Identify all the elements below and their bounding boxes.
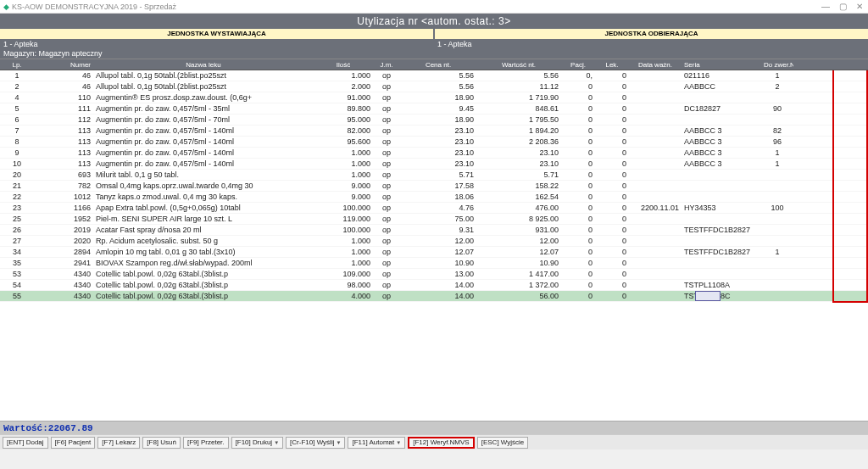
table-row[interactable]: 4110Augmentin® ES prosz.dosp.zaw.doust. …: [0, 92, 868, 103]
seria-edit-box[interactable]: [695, 291, 721, 301]
cell-numer: 4340: [34, 292, 93, 300]
cell-ilosc: 82.000: [314, 126, 373, 135]
cell-nazwa: Piel-m. SENI SUPER AIR large 10 szt. L: [93, 215, 314, 223]
btn-f12-weryf-nmvs[interactable]: [F12] Weryf.NMVS: [408, 437, 475, 449]
cell-pacj: 0: [561, 193, 595, 201]
table-row[interactable]: 7113Augmentin pr. do zaw. 0,457/5ml - 14…: [0, 126, 868, 137]
table-row[interactable]: 231166Apap Extra tabl.powl. (0,5g+0,065g…: [0, 203, 868, 214]
col-nazwa: Nazwa leku: [93, 61, 314, 69]
table-row[interactable]: 251952Piel-m. SENI SUPER AIR large 10 sz…: [0, 214, 868, 225]
table-row[interactable]: 352941BIOVAX Szampon reg.d/wł.słab/wypad…: [0, 258, 868, 269]
cell-ilosc: 109.000: [314, 270, 373, 278]
cell-numer: 2941: [34, 259, 93, 267]
cell-lp: 54: [0, 281, 34, 289]
cell-pacj: 0: [561, 104, 595, 113]
btn-esc-wyjscie[interactable]: [ESC] Wyjście: [477, 437, 529, 449]
cell-nazwa: Augmentin pr. do zaw. 0,457/5ml - 140ml: [93, 159, 314, 168]
cell-pacj: 0: [561, 82, 595, 91]
cell-lp: 7: [0, 126, 34, 135]
cell-lek: 0: [595, 204, 629, 212]
table-row[interactable]: 272020Rp. Acidum acetylosalic. subst. 50…: [0, 236, 868, 247]
cell-wart: 11.12: [476, 82, 561, 91]
cell-nazwa: Cotellic tabl.powl. 0,02g 63tabl.(3blist…: [93, 281, 314, 289]
cell-numer: 113: [34, 148, 93, 157]
cell-nazwa: Rp. Acidum acetylosalic. subst. 50 g: [93, 237, 314, 245]
cell-pacj: 0: [561, 159, 595, 168]
minimize-button[interactable]: —: [817, 2, 834, 11]
table-row[interactable]: 21782Omsal 0,4mg kaps.oprz.uwal.twarde 0…: [0, 181, 868, 192]
cell-cena: 17.58: [400, 181, 476, 190]
table-row[interactable]: 146Allupol tabl. 0,1g 50tabl.(2blist.po2…: [0, 70, 868, 81]
table-row[interactable]: 342894Amlopin 10 mg tabl. 0,01 g 30 tabl…: [0, 247, 868, 258]
btn-f9-przeter[interactable]: [F9] Przeter.: [183, 437, 229, 449]
cell-cena: 9.45: [400, 104, 476, 113]
cell-numer: 113: [34, 159, 93, 168]
cell-nazwa: Augmentin pr. do zaw. 0,457/5ml - 35ml: [93, 104, 314, 113]
cell-cena: 5.56: [400, 82, 476, 91]
table-row[interactable]: 10113Augmentin pr. do zaw. 0,457/5ml - 1…: [0, 159, 868, 170]
table-row[interactable]: 554340Cotellic tabl.powl. 0,02g 63tabl.(…: [0, 291, 868, 302]
btn-ent-dodaj[interactable]: [ENT] Dodaj: [3, 437, 48, 449]
unit-right-label: JEDNOSTKA ODBIERAJĄCA: [435, 29, 868, 39]
cell-seria: AABBCC 3: [682, 148, 761, 157]
cell-zwer: 1: [761, 148, 793, 157]
cell-cena: 5.56: [400, 71, 476, 80]
cell-lp: 23: [0, 204, 34, 212]
cell-numer: 112: [34, 115, 93, 124]
table-row[interactable]: 262019Acatar Fast spray d/nosa 20 ml100.…: [0, 225, 868, 236]
table-row[interactable]: 6112Augmentin pr. do zaw. 0,457/5ml - 70…: [0, 114, 868, 126]
cell-zwer: 1: [761, 248, 793, 256]
table-body[interactable]: 146Allupol tabl. 0,1g 50tabl.(2blist.po2…: [0, 70, 868, 421]
cell-ilosc: 98.000: [314, 281, 373, 289]
cell-pacj: 0: [561, 204, 595, 212]
btn-f7-lekarz[interactable]: [F7] Lekarz: [97, 437, 140, 449]
col-jm: J.m.: [373, 61, 400, 69]
cell-wart: 1 894.20: [476, 126, 561, 135]
table-row[interactable]: 534340Cotellic tabl.powl. 0,02g 63tabl.(…: [0, 269, 868, 280]
col-pacj: Pacj.: [561, 61, 595, 69]
btn-f6-pacjent[interactable]: [F6] Pacjent: [51, 437, 96, 449]
cell-jm: op: [373, 93, 400, 102]
table-row[interactable]: 544340Cotellic tabl.powl. 0,02g 63tabl.(…: [0, 280, 868, 291]
cell-lp: 4: [0, 93, 34, 102]
maximize-button[interactable]: ▢: [834, 2, 851, 11]
table-row[interactable]: 246Allupol tabl. 0,1g 50tabl.(2blist.po2…: [0, 81, 868, 92]
cell-cena: 75.00: [400, 215, 476, 223]
cell-numer: 1012: [34, 193, 93, 201]
col-lp: Lp.: [0, 61, 34, 69]
cell-wart: 931.00: [476, 226, 561, 234]
cell-ilosc: 91.000: [314, 93, 373, 102]
col-wart: Wartość nt.: [476, 61, 561, 69]
cell-lp: 26: [0, 226, 34, 234]
btn-f8-usun[interactable]: [F8] Usuń: [142, 437, 181, 449]
cell-pacj: 0: [561, 215, 595, 223]
cell-jm: op: [373, 104, 400, 113]
value-bar: Wartość:22067.89: [0, 421, 868, 434]
cell-wart: 12.07: [476, 248, 561, 256]
cell-lp: 9: [0, 148, 34, 157]
cell-ilosc: 1.000: [314, 148, 373, 157]
cell-lek: 0: [595, 159, 629, 168]
cell-lek: 0: [595, 137, 629, 146]
btn-f10-drukuj[interactable]: [F10] Drukuj▼: [231, 437, 284, 449]
table-row[interactable]: 5111Augmentin pr. do zaw. 0,457/5ml - 35…: [0, 103, 868, 114]
table-row[interactable]: 9113Augmentin pr. do zaw. 0,457/5ml - 14…: [0, 148, 868, 159]
cell-cena: 12.00: [400, 237, 476, 245]
unit-right-value: 1 - Apteka: [434, 39, 868, 49]
table-row[interactable]: 20693Milurit tabl. 0,1 g 50 tabl.1.000op…: [0, 170, 868, 181]
cell-lek: 0: [595, 237, 629, 245]
btn-cf10-wyslij[interactable]: [Cr-F10] Wyślij▼: [286, 437, 345, 449]
cell-jm: op: [373, 137, 400, 146]
cell-numer: 2019: [34, 226, 93, 234]
cell-numer: 46: [34, 82, 93, 91]
cell-nazwa: Apap Extra tabl.powl. (0,5g+0,065g) 10ta…: [93, 204, 314, 212]
cell-nazwa: Augmentin® ES prosz.dosp.zaw.doust. (0,6…: [93, 93, 314, 102]
cell-wart: 23.10: [476, 148, 561, 157]
btn-f11-automat[interactable]: [F11] Automat▼: [348, 437, 405, 449]
col-zwer: Do zwer.NMVS: [761, 61, 793, 69]
cell-lp: 25: [0, 215, 34, 223]
table-row[interactable]: 8113Augmentin pr. do zaw. 0,457/5ml - 14…: [0, 137, 868, 148]
cell-lp: 1: [0, 71, 34, 80]
table-row[interactable]: 221012Tanyz kaps.o zmod.uwal. 0,4 mg 30 …: [0, 192, 868, 203]
close-button[interactable]: ✕: [851, 2, 868, 11]
